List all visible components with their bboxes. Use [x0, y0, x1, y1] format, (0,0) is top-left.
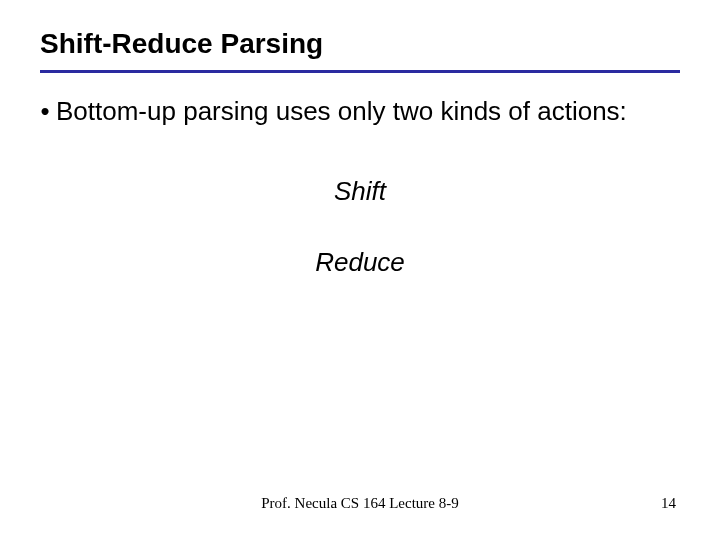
bullet-text: Bottom-up parsing uses only two kinds of… [56, 95, 680, 128]
title-underline [40, 70, 680, 73]
slide-title: Shift-Reduce Parsing [40, 28, 680, 60]
bullet-dot-icon: • [34, 95, 56, 128]
bullet-item: • Bottom-up parsing uses only two kinds … [34, 95, 680, 128]
footer-center: Prof. Necula CS 164 Lecture 8-9 [0, 495, 720, 512]
action-reduce: Reduce [40, 247, 680, 278]
slide: Shift-Reduce Parsing • Bottom-up parsing… [0, 0, 720, 540]
action-shift: Shift [40, 176, 680, 207]
page-number: 14 [661, 495, 676, 512]
